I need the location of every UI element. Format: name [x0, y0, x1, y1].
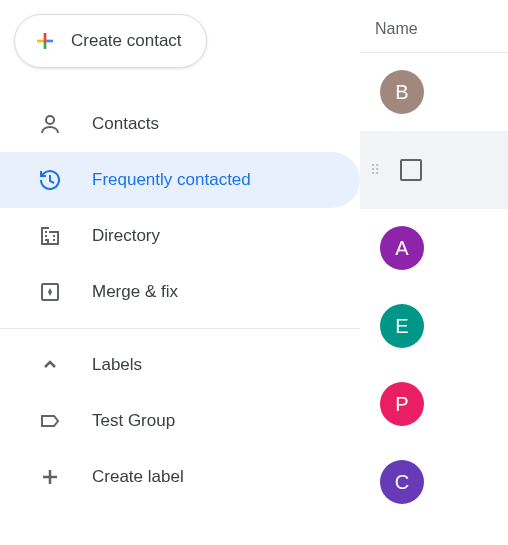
labels-header-label: Labels — [92, 355, 142, 375]
create-contact-label: Create contact — [71, 31, 182, 51]
avatar-initial: P — [395, 393, 408, 416]
nav-item-merge-fix[interactable]: Merge & fix — [0, 264, 360, 320]
label-item-test-group[interactable]: Test Group — [0, 393, 360, 449]
contact-row[interactable]: C — [360, 443, 508, 521]
svg-marker-2 — [48, 288, 52, 296]
plus-icon — [38, 465, 62, 489]
avatar: E — [380, 304, 424, 348]
create-contact-button[interactable]: Create contact — [14, 14, 207, 68]
chevron-up-icon — [38, 353, 62, 377]
merge-fix-icon — [38, 280, 62, 304]
avatar: C — [380, 460, 424, 504]
nav-item-label: Frequently contacted — [92, 170, 251, 190]
plus-multicolor-icon — [33, 29, 57, 53]
nav-item-directory[interactable]: Directory — [0, 208, 360, 264]
create-label-label: Create label — [92, 467, 184, 487]
sidebar: Create contact Contacts Frequently conta… — [0, 0, 360, 545]
avatar-initial: B — [395, 81, 408, 104]
contact-row[interactable]: ⠿ — [360, 131, 508, 209]
divider — [0, 328, 360, 329]
contact-row[interactable]: A — [360, 209, 508, 287]
avatar: P — [380, 382, 424, 426]
column-header-name[interactable]: Name — [360, 0, 508, 53]
avatar-initial: A — [395, 237, 408, 260]
label-item-label: Test Group — [92, 411, 175, 431]
history-icon — [38, 168, 62, 192]
avatar: B — [380, 70, 424, 114]
avatar: A — [380, 226, 424, 270]
contact-row[interactable]: E — [360, 287, 508, 365]
labels-section: Labels Test Group Create label — [0, 337, 360, 505]
contact-row[interactable]: B — [360, 53, 508, 131]
avatar-initial: C — [395, 471, 409, 494]
nav-item-label: Contacts — [92, 114, 159, 134]
main-content: Name B ⠿ A E P C — [360, 0, 508, 545]
create-label-button[interactable]: Create label — [0, 449, 360, 505]
drag-handle-icon[interactable]: ⠿ — [370, 167, 382, 174]
person-icon — [38, 112, 62, 136]
svg-point-0 — [46, 116, 54, 124]
nav-item-contacts[interactable]: Contacts — [0, 96, 360, 152]
domain-icon — [38, 224, 62, 248]
contact-checkbox[interactable] — [400, 159, 422, 181]
label-icon — [38, 409, 62, 433]
labels-header[interactable]: Labels — [0, 337, 360, 393]
nav-item-frequently-contacted[interactable]: Frequently contacted — [0, 152, 360, 208]
avatar-initial: E — [395, 315, 408, 338]
contact-row[interactable]: P — [360, 365, 508, 443]
nav-list: Contacts Frequently contacted Directory — [0, 96, 360, 320]
nav-item-label: Merge & fix — [92, 282, 178, 302]
nav-item-label: Directory — [92, 226, 160, 246]
